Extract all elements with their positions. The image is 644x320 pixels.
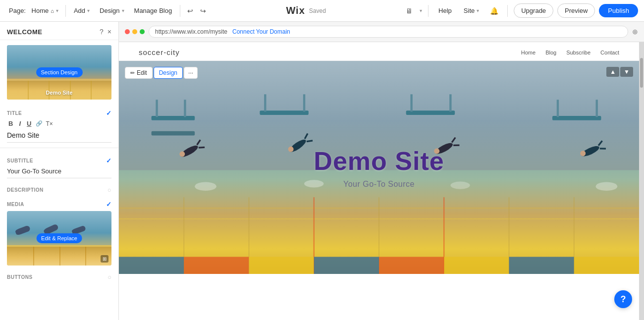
undo-button[interactable]: ↩: [184, 4, 196, 18]
svg-rect-29: [444, 257, 509, 274]
divider: [180, 5, 180, 17]
panel-header-icons: ? ×: [100, 28, 111, 36]
redo-button[interactable]: ↪: [197, 4, 209, 18]
help-button[interactable]: Help: [434, 5, 456, 16]
canvas-scroll-area: soccer-city Home Blog Subscribe Contact: [119, 42, 644, 320]
close-icon[interactable]: ×: [107, 28, 111, 36]
page-name: Home: [32, 7, 49, 14]
panel-title: WELCOME: [7, 28, 42, 36]
chevron-down-icon: ▾: [122, 8, 124, 13]
chevron-down-icon: ▾: [420, 8, 422, 13]
svg-rect-5: [152, 131, 195, 136]
close-dot: [125, 29, 130, 34]
design-button[interactable]: Design ▾: [96, 5, 128, 16]
edit-replace-button[interactable]: Edit & Replace: [36, 233, 82, 243]
svg-point-50: [450, 181, 470, 189]
device-view-button[interactable]: 🖥: [403, 4, 416, 18]
link-button[interactable]: 🔗: [36, 120, 43, 127]
buttons-field-section: BUTTONS ○: [0, 269, 118, 285]
svg-rect-3: [156, 100, 158, 117]
description-check-icon: ○: [107, 186, 111, 194]
help-icon[interactable]: ?: [100, 28, 104, 36]
browser-bar: https://www.wix.com/mysite Connect Your …: [119, 22, 644, 42]
upgrade-button[interactable]: Upgrade: [514, 3, 553, 18]
topbar-center: Wix Saved: [213, 5, 399, 16]
topbar-right: 🖥 ▾ Help Site ▾ 🔔 Upgrade Preview Publis…: [403, 3, 638, 18]
nav-link-subscribe[interactable]: Subscribe: [566, 50, 590, 55]
move-up-button[interactable]: ▲: [606, 67, 619, 77]
notifications-button[interactable]: 🔔: [487, 4, 501, 18]
section-preview: Section Design Demo Site: [7, 45, 111, 100]
connect-domain-link[interactable]: Connect Your Domain: [232, 28, 290, 35]
page-selector[interactable]: Page: Home ⌂ ▾: [6, 5, 61, 16]
topbar: Page: Home ⌂ ▾ Add ▾ Design ▾ Manage Blo…: [0, 0, 644, 22]
divider: [428, 5, 429, 17]
subtitle-value[interactable]: Your Go-To Source: [7, 166, 111, 178]
hero-move-buttons: ▲ ▼: [606, 67, 633, 77]
left-panel: WELCOME ? × Section Design Demo Site: [0, 22, 119, 320]
site-canvas: soccer-city Home Blog Subscribe Contact: [119, 42, 639, 320]
media-expand-icon: ⊞: [101, 255, 108, 263]
chevron-down-icon: ▾: [87, 8, 90, 13]
svg-rect-9: [406, 110, 455, 115]
buttons-label: BUTTONS: [7, 274, 33, 280]
site-button[interactable]: Site ▾: [460, 5, 483, 16]
svg-rect-7: [264, 94, 266, 111]
bold-button[interactable]: B: [7, 119, 14, 128]
svg-rect-24: [119, 257, 184, 274]
home-icon: ⌂: [51, 8, 54, 14]
media-preview: Edit & Replace ⊞: [7, 211, 111, 266]
canvas-area: https://www.wix.com/mysite Connect Your …: [119, 22, 644, 320]
add-button[interactable]: Add ▾: [70, 5, 94, 16]
underline-button[interactable]: U: [25, 119, 33, 128]
url-bar[interactable]: https://www.wix.com/mysite Connect Your …: [149, 26, 628, 38]
italic-button[interactable]: I: [17, 119, 22, 128]
more-options-button[interactable]: ···: [184, 67, 198, 79]
divider: [65, 5, 66, 17]
move-down-button[interactable]: ▼: [620, 67, 633, 77]
site-nav: soccer-city Home Blog Subscribe Contact: [119, 42, 639, 61]
nav-link-home[interactable]: Home: [521, 50, 536, 55]
text-toolbar: B I U 🔗 T×: [7, 119, 111, 128]
hero-text-overlay: Demo Site Your Go-To Source: [314, 146, 444, 189]
hero-section: ✏ Edit Design ··· ▲ ▼: [119, 61, 639, 274]
scrollbar-track[interactable]: [639, 42, 644, 320]
media-check-icon: ✓: [106, 201, 112, 208]
site-name: soccer-city: [139, 48, 180, 56]
nav-link-blog[interactable]: Blog: [545, 50, 556, 55]
zoom-icon: ⊕: [632, 28, 638, 36]
svg-rect-13: [557, 100, 559, 117]
description-label: DESCRIPTION ○: [7, 186, 111, 194]
undo-redo-group: ↩ ↪: [184, 4, 209, 18]
buttons-check-icon: ○: [107, 273, 111, 281]
svg-rect-11: [449, 94, 451, 111]
clear-format-button[interactable]: T×: [46, 120, 53, 127]
topbar-left: Page: Home ⌂ ▾ Add ▾ Design ▾ Manage Blo…: [6, 4, 209, 18]
section-design-badge[interactable]: Section Design: [36, 67, 83, 77]
svg-rect-30: [509, 257, 574, 274]
edit-section-button[interactable]: ✏ Edit: [125, 67, 153, 79]
manage-blog-button[interactable]: Manage Blog: [130, 5, 176, 16]
site-nav-links: Home Blog Subscribe Contact: [521, 50, 619, 55]
hero-subtitle: Your Go-To Source: [314, 180, 444, 189]
scrollbar-thumb[interactable]: [640, 58, 643, 88]
subtitle-field-section: SUBTITLE ✓ Your Go-To Source: [0, 152, 118, 181]
design-section-button[interactable]: Design: [154, 67, 183, 79]
saved-status: Saved: [309, 7, 326, 14]
chevron-down-icon: ▾: [477, 8, 479, 13]
title-value[interactable]: Demo Site: [7, 130, 111, 143]
svg-rect-28: [379, 257, 444, 274]
svg-point-51: [596, 182, 618, 191]
url-text: https://www.wix.com/mysite: [155, 28, 227, 35]
chevron-down-icon: ▾: [56, 8, 58, 13]
publish-button[interactable]: Publish: [599, 4, 638, 17]
main-layout: WELCOME ? × Section Design Demo Site: [0, 22, 644, 320]
panel-header: WELCOME ? ×: [0, 22, 118, 40]
media-field-section: MEDIA ✓ Edit & Replace ⊞: [0, 196, 118, 269]
preview-site-name: Demo Site: [46, 90, 73, 96]
nav-link-contact[interactable]: Contact: [600, 50, 619, 55]
svg-rect-4: [184, 100, 186, 117]
hero-edit-toolbar: ✏ Edit Design ···: [125, 67, 198, 79]
preview-button[interactable]: Preview: [557, 3, 595, 18]
help-bubble[interactable]: ?: [614, 290, 632, 308]
